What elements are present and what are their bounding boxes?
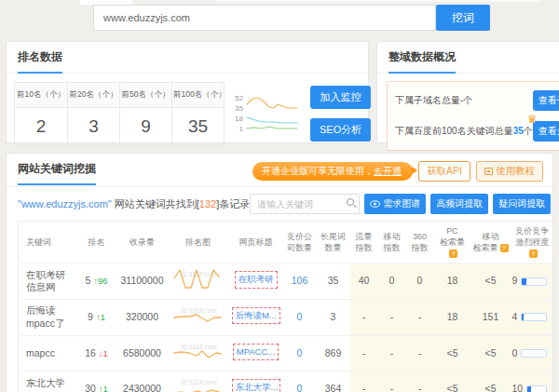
miner-summary-row: "www.eduzzyjs.com" 网站关键词共找到[132]条记录 需求图谱… [7, 187, 552, 221]
enterprise-promo-pill[interactable]: 开通企业版可享无限使用，去开通 [252, 162, 413, 181]
browser-chrome-remnant [216, 0, 540, 2]
summary-prefix: 网站关键词共找到[ [112, 198, 199, 210]
table-row: 在职考研信息网5↑9631100000Ⓖ 5118.com在职考研1063540… [19, 264, 554, 300]
overview-row-label: 下属百度前100名关键词总量35个 [395, 125, 533, 138]
compete-bar [521, 349, 547, 358]
compete-bar [521, 313, 547, 321]
page-title-link[interactable]: 后悔读M... [232, 307, 280, 324]
compete-cell: 4 [512, 311, 553, 324]
overview-row-label: 下属子域名总量-个 [395, 94, 472, 107]
domain-url-input[interactable] [93, 5, 436, 31]
overview-row-0: 下属子域名总量-个查看子域名 [395, 90, 559, 111]
view-subdomains-button[interactable]: 查看子域名 [533, 90, 559, 111]
col-header-label: 360 指数 [412, 232, 429, 252]
ranking-stats-table: 前10名（个）2前20名（个）3前50名（个）9前100名（个）35 [14, 82, 225, 145]
ranking-buttons: 加入监控 SEO分析 [310, 86, 371, 142]
rank-cell: 5↑96 [76, 264, 117, 300]
page-title-cell: 东北大学... [229, 372, 283, 392]
keyword-count-summary: "www.eduzzyjs.com" 网站关键词共找到[132]条记录 [18, 197, 250, 211]
col-header-label: 网页标题 [239, 237, 273, 247]
promo-open-link[interactable]: 去开通 [374, 166, 402, 176]
col-header-label: 长尾词 数量 [320, 232, 346, 252]
ranking-stat-label: 前10名（个） [15, 83, 67, 108]
keyword-cell: 在职考研信息网 [19, 264, 76, 300]
page-title-link[interactable]: 东北大学... [232, 379, 280, 392]
miner-card-title: 网站关键词挖掘 [18, 161, 96, 185]
index360-cell: - [406, 372, 434, 392]
get-api-button[interactable]: 获取API [418, 161, 470, 182]
help-icon[interactable]: ? [500, 244, 509, 252]
watermark: Ⓖ 5118.com [180, 307, 216, 314]
compete-cell: 10 [512, 383, 553, 392]
search-icon[interactable] [347, 198, 354, 206]
longtail-cell: 869 [317, 335, 350, 372]
keyword-search-input[interactable] [250, 194, 360, 214]
rank-up-icon: ↑96 [93, 276, 107, 286]
action-button-1[interactable]: 高频词提取 [430, 194, 488, 214]
overview-card-header: 整域数据概况 [377, 42, 559, 74]
pc-search-cell: 18 [434, 300, 471, 336]
compete-cell-wrap: 9 [511, 264, 554, 300]
bid-count-link[interactable]: 0 [297, 383, 303, 392]
bid-count-link[interactable]: 0 [297, 311, 303, 322]
page-title-cell: 在职考研 [229, 264, 283, 300]
collection-cell: 320000 [117, 300, 168, 336]
compete-cell-wrap: 0 [511, 335, 554, 372]
page-title-link[interactable]: 在职考研 [235, 271, 278, 288]
ranking-stat-1: 前20名（个）3 [67, 83, 119, 144]
keyword-cell: 东北大学mpa [19, 372, 76, 392]
col-header-10: PC 检索量? [434, 222, 471, 264]
index360-cell: - [406, 300, 434, 336]
table-row: mapcc16↓16580000Ⓖ 5118.comMPACC...0869--… [19, 335, 554, 372]
dig-words-button[interactable]: 挖词 [436, 5, 490, 31]
tutorial-icon [484, 168, 493, 175]
table-row: 后悔读mpacc了9↑1320000Ⓖ 5118.com后悔读M...03---… [19, 300, 554, 336]
ranking-card-title: 排名数据 [18, 49, 62, 74]
mobile-index-cell: - [378, 335, 406, 372]
keyword-mining-card: 网站关键词挖掘 开通企业版可享无限使用，去开通 获取API 使用教程 "www.… [6, 153, 553, 392]
bid-count-link[interactable]: 0 [297, 347, 303, 358]
rank-sparkline: Ⓖ 5118.com [171, 303, 225, 329]
page-title-cell: 后悔读M... [229, 300, 283, 336]
compete-value: 0 [512, 347, 518, 360]
table-row: 东北大学mpa30↑12430000Ⓖ 5118.com东北大学...0364-… [19, 372, 554, 392]
col-header-label: 竞价公 司数量 [287, 232, 312, 252]
action-button-2[interactable]: 疑问词提取 [493, 194, 551, 214]
col-header-9: 360 指数 [406, 222, 434, 264]
view-keywords-button[interactable]: 查看关键词♛ [533, 121, 559, 142]
miner-card-header: 网站关键词挖掘 开通企业版可享无限使用，去开通 获取API 使用教程 [7, 154, 552, 187]
rank-spark-cell: Ⓖ 5118.com [168, 264, 229, 300]
rank-value: 5 [85, 275, 90, 286]
add-monitor-button[interactable]: 加入监控 [310, 86, 371, 109]
ranking-trend-chart: 5235181 [230, 93, 301, 134]
miner-toolbar: 需求图谱高频词提取疑问词提取无限制导出导出数据 [250, 194, 553, 214]
y-tick: 18 [230, 115, 243, 123]
watermark: Ⓖ 5118.com [180, 344, 216, 350]
page-title-link[interactable]: MPACC... [233, 344, 280, 360]
mobile-index-cell: 0 [378, 264, 406, 300]
ranking-card-header: 排名数据 [7, 42, 368, 74]
mobile-search-cell: 151 [471, 300, 511, 336]
eye-icon [370, 200, 380, 208]
tutorial-button[interactable]: 使用教程 [476, 161, 543, 182]
y-tick: 52 [230, 94, 243, 102]
overview-suffix: 个 [463, 95, 472, 105]
domain-link[interactable]: "www.eduzzyjs.com" [18, 198, 112, 210]
mobile-index-cell: - [378, 372, 406, 392]
seo-analysis-button[interactable]: SEO分析 [310, 118, 371, 142]
rank-up-icon: ↑1 [99, 384, 108, 392]
bid-count-link[interactable]: 106 [292, 275, 308, 286]
pc-search-cell: <5 [434, 372, 471, 392]
y-tick: 35 [230, 104, 243, 113]
action-button-0[interactable]: 需求图谱 [364, 194, 426, 214]
overview-row-1: 下属百度前100名关键词总量35个查看关键词♛ [395, 121, 559, 142]
overview-label-text: 下属子域名总量 [395, 95, 460, 105]
ranking-stat-value: 35 [172, 108, 224, 144]
compete-bar [521, 277, 547, 286]
col-header-12: 竞价竞争 激烈程度? [511, 222, 554, 264]
col-header-label: 移动 检索量 [473, 232, 499, 252]
summary-suffix: ]条记录 [216, 198, 250, 210]
help-icon[interactable]: ? [529, 250, 538, 258]
pc-search-cell: <5 [434, 335, 471, 372]
help-icon[interactable]: ? [449, 250, 457, 258]
